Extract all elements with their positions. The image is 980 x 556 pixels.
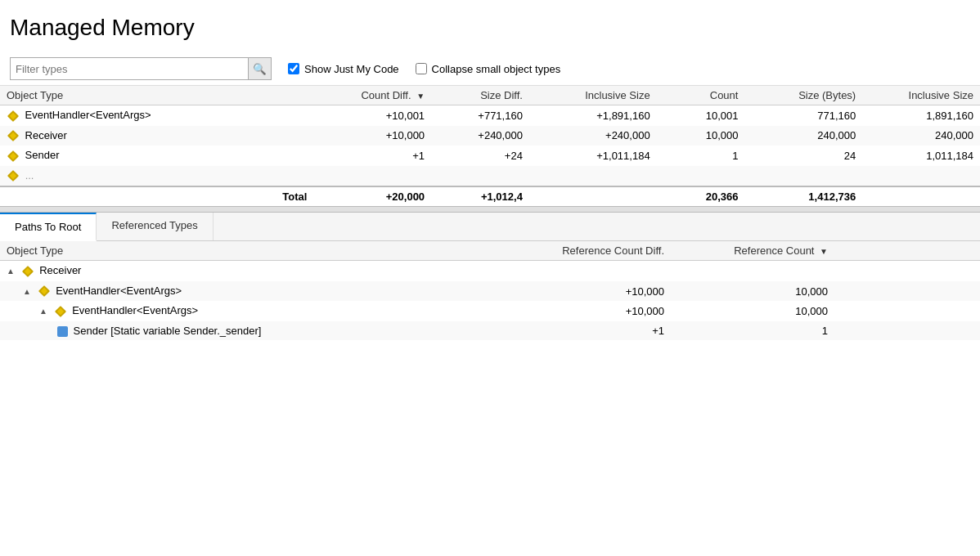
list-item[interactable]: Sender [Static variable Sender._sender] … bbox=[0, 321, 980, 340]
total-count-diff: +20,000 bbox=[313, 186, 431, 206]
gold-diamond-icon bbox=[7, 169, 20, 182]
col-header-count-diff[interactable]: Count Diff. ▼ bbox=[313, 86, 431, 105]
list-item[interactable]: ▲ EventHandler<EventArgs> +10,000 10,000 bbox=[0, 281, 980, 302]
total-row: Total +20,000 +1,012,4 20,366 1,412,736 bbox=[0, 186, 980, 206]
cell-ref-count-diff: +1 bbox=[507, 321, 671, 340]
cell-inclusive-size: 1,011,184 bbox=[862, 146, 980, 166]
cell-ref-count: 10,000 bbox=[671, 301, 834, 321]
total-inclusive-size-diff bbox=[529, 186, 657, 206]
search-button[interactable]: 🔍 bbox=[248, 58, 271, 79]
table-row[interactable]: Receiver +10,000 +240,000 +240,000 10,00… bbox=[0, 126, 980, 146]
main-table: Object Type Count Diff. ▼ Size Diff. Inc… bbox=[0, 86, 980, 206]
cell-object-type: Receiver bbox=[0, 126, 313, 146]
col-header-ref-count-diff[interactable]: Reference Count Diff. bbox=[507, 241, 671, 261]
gold-diamond-icon bbox=[7, 110, 20, 123]
cell-inclusive-size: 1,891,160 bbox=[862, 105, 980, 126]
toolbar: 🔍 Show Just My Code Collapse small objec… bbox=[0, 52, 980, 86]
cell-count-diff: +10,000 bbox=[313, 126, 431, 146]
cell-inclusive-size-diff: +1,011,184 bbox=[529, 146, 657, 166]
cell-inclusive-size-diff bbox=[529, 166, 657, 187]
sort-arrow-count-diff: ▼ bbox=[416, 92, 425, 101]
total-size-bytes: 1,412,736 bbox=[744, 186, 862, 206]
total-label: Total bbox=[0, 186, 313, 206]
cell-count-diff: +1 bbox=[313, 146, 431, 166]
table-row[interactable]: ... bbox=[0, 166, 980, 187]
cell-ref-count-diff: +10,000 bbox=[507, 281, 671, 302]
gold-diamond-icon bbox=[54, 305, 67, 318]
tab-bar: Paths To Root Referenced Types bbox=[0, 213, 980, 241]
cell-size-bytes: 240,000 bbox=[744, 126, 862, 146]
cell-ref-count-diff bbox=[507, 261, 671, 281]
expand-triangle[interactable]: ▲ bbox=[39, 307, 47, 316]
just-my-code-label: Show Just My Code bbox=[304, 63, 399, 75]
col-header-inclusive-size[interactable]: Inclusive Size bbox=[862, 86, 980, 105]
total-size-diff: +1,012,4 bbox=[431, 186, 529, 206]
filter-box: 🔍 bbox=[10, 57, 272, 80]
section-divider bbox=[0, 206, 980, 213]
cell-object-type-bottom: ▲ EventHandler<EventArgs> bbox=[0, 301, 507, 321]
cell-ref-count: 1 bbox=[671, 321, 834, 340]
cell-size-diff bbox=[431, 166, 529, 187]
cell-inclusive-size-diff: +240,000 bbox=[529, 126, 657, 146]
cell-inclusive-size: 240,000 bbox=[862, 126, 980, 146]
cell-size-bytes: 771,160 bbox=[744, 105, 862, 126]
col-header-count[interactable]: Count bbox=[657, 86, 745, 105]
page-title: Managed Memory bbox=[0, 0, 980, 52]
cell-count-diff bbox=[313, 166, 431, 187]
table-row[interactable]: EventHandler<EventArgs> +10,001 +771,160… bbox=[0, 105, 980, 126]
cell-inclusive-size-diff: +1,891,160 bbox=[529, 105, 657, 126]
filter-input[interactable] bbox=[11, 61, 248, 77]
blue-box-icon bbox=[57, 326, 68, 337]
cell-count: 1 bbox=[657, 146, 745, 166]
main-table-container: Object Type Count Diff. ▼ Size Diff. Inc… bbox=[0, 86, 980, 206]
cell-object-type-bottom: Sender [Static variable Sender._sender] bbox=[0, 321, 507, 340]
collapse-label: Collapse small object types bbox=[432, 63, 561, 75]
gold-diamond-icon bbox=[21, 265, 34, 278]
gold-diamond-icon bbox=[7, 150, 20, 163]
cell-size-diff: +24 bbox=[431, 146, 529, 166]
cell-count-diff: +10,001 bbox=[313, 105, 431, 126]
col-header-object-type[interactable]: Object Type bbox=[0, 86, 313, 105]
total-count: 20,366 bbox=[657, 186, 745, 206]
cell-size-diff: +240,000 bbox=[431, 126, 529, 146]
bottom-table: Object Type Reference Count Diff. Refere… bbox=[0, 241, 980, 340]
col-header-ref-count[interactable]: Reference Count ▼ bbox=[671, 241, 834, 261]
cell-count: 10,000 bbox=[657, 126, 745, 146]
tab-referenced-types[interactable]: Referenced Types bbox=[97, 213, 213, 240]
just-my-code-checkbox-group[interactable]: Show Just My Code bbox=[288, 63, 399, 75]
cell-count: 10,001 bbox=[657, 105, 745, 126]
list-item[interactable]: ▲ EventHandler<EventArgs> +10,000 10,000 bbox=[0, 301, 980, 321]
table-row[interactable]: Sender +1 +24 +1,011,184 1 24 1,011,184 bbox=[0, 146, 980, 166]
collapse-checkbox-group[interactable]: Collapse small object types bbox=[416, 63, 561, 75]
cell-ref-count bbox=[671, 261, 834, 281]
gold-diamond-icon bbox=[38, 285, 51, 298]
total-inclusive-size bbox=[862, 186, 980, 206]
list-item[interactable]: ▲ Receiver bbox=[0, 261, 980, 281]
cell-object-type: ... bbox=[0, 166, 313, 187]
cell-object-type: Sender bbox=[0, 146, 313, 166]
col-header-size-diff[interactable]: Size Diff. bbox=[431, 86, 529, 105]
cell-size-diff: +771,160 bbox=[431, 105, 529, 126]
cell-size-bytes: 24 bbox=[744, 146, 862, 166]
cell-ref-count-diff: +10,000 bbox=[507, 301, 671, 321]
col-header-object-type-bottom[interactable]: Object Type bbox=[0, 241, 507, 261]
cell-object-type: EventHandler<EventArgs> bbox=[0, 105, 313, 126]
cell-size-bytes bbox=[744, 166, 862, 187]
cell-ref-count: 10,000 bbox=[671, 281, 834, 302]
col-header-inclusive-size-diff[interactable]: Inclusive Size bbox=[529, 86, 657, 105]
expand-triangle[interactable]: ▲ bbox=[7, 267, 15, 276]
col-header-size-bytes[interactable]: Size (Bytes) bbox=[744, 86, 862, 105]
bottom-table-container: Object Type Reference Count Diff. Refere… bbox=[0, 241, 980, 340]
cell-object-type-bottom: ▲ Receiver bbox=[0, 261, 507, 281]
tab-paths-to-root[interactable]: Paths To Root bbox=[0, 213, 97, 241]
collapse-checkbox[interactable] bbox=[416, 63, 427, 74]
cell-inclusive-size bbox=[862, 166, 980, 187]
expand-triangle[interactable]: ▲ bbox=[23, 287, 31, 296]
sort-arrow-ref-count: ▼ bbox=[820, 247, 828, 256]
just-my-code-checkbox[interactable] bbox=[288, 63, 299, 74]
cell-count bbox=[657, 166, 745, 187]
gold-diamond-icon bbox=[7, 129, 20, 142]
cell-object-type-bottom: ▲ EventHandler<EventArgs> bbox=[0, 281, 507, 302]
